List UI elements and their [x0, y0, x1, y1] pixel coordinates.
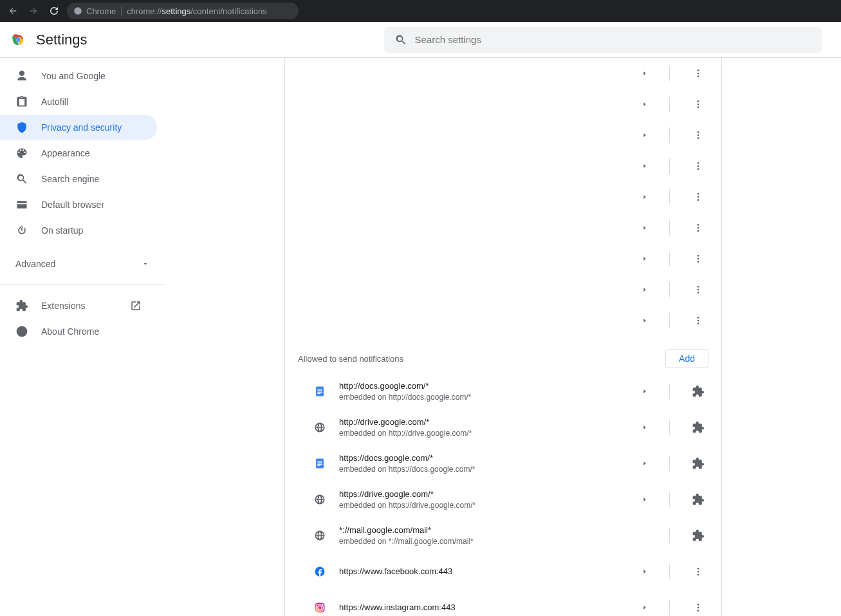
- expand-arrow-icon[interactable]: [638, 67, 651, 80]
- reload-button[interactable]: [46, 3, 62, 19]
- add-button[interactable]: Add: [665, 349, 708, 368]
- expand-arrow-icon[interactable]: [638, 457, 651, 470]
- forward-button[interactable]: [26, 3, 41, 19]
- blocked-site-row[interactable]: .: [285, 58, 721, 89]
- sidebar-item-default-browser[interactable]: Default browser: [0, 192, 157, 218]
- more-actions-button[interactable]: [688, 218, 708, 238]
- expand-arrow-icon[interactable]: [638, 98, 651, 111]
- sidebar-item-about-chrome[interactable]: About Chrome: [0, 319, 157, 344]
- sidebar-item-appearance[interactable]: Appearance: [0, 140, 157, 166]
- allowed-site-row[interactable]: http://drive.google.com/*embedded on htt…: [285, 409, 721, 445]
- row-divider: [669, 564, 670, 579]
- svg-point-9: [698, 100, 699, 102]
- svg-point-25: [698, 258, 699, 260]
- sidebar-item-autofill[interactable]: Autofill: [0, 89, 157, 115]
- browser-toolbar: Chrome chrome://settings/content/notific…: [0, 0, 841, 22]
- site-url-label: https://docs.google.com/*embedded on htt…: [339, 453, 625, 475]
- more-actions-button[interactable]: [688, 597, 708, 616]
- site-label: .: [339, 162, 625, 171]
- more-actions-button[interactable]: [688, 279, 708, 300]
- extension-managed-icon: [688, 453, 708, 474]
- blocked-site-row[interactable]: .: [285, 182, 721, 212]
- expand-arrow-icon[interactable]: [638, 314, 651, 327]
- sidebar-item-you-and-google[interactable]: You and Google: [0, 63, 157, 89]
- expand-arrow-icon[interactable]: [638, 421, 651, 434]
- expand-arrow-icon[interactable]: [638, 221, 651, 234]
- more-actions-button[interactable]: [688, 310, 708, 331]
- sidebar-advanced-toggle[interactable]: Advanced: [0, 251, 165, 277]
- expand-arrow-icon[interactable]: [638, 493, 651, 506]
- chrome-small-icon: [15, 325, 28, 338]
- allowed-site-row[interactable]: https://www.facebook.com:443: [285, 554, 721, 590]
- more-actions-button[interactable]: [688, 248, 708, 269]
- svg-point-8: [698, 75, 699, 77]
- site-favicon: [313, 98, 326, 111]
- expand-arrow-icon[interactable]: [638, 129, 651, 142]
- allowed-site-row[interactable]: https://drive.google.com/*embedded on ht…: [285, 481, 721, 518]
- allowed-site-row[interactable]: https://www.instagram.com:443: [285, 590, 721, 616]
- site-url-label: *://mail.google.com/mail*embedded on *:/…: [339, 525, 625, 547]
- chrome-page-icon: [73, 6, 82, 15]
- svg-point-5: [17, 326, 28, 337]
- blocked-site-row[interactable]: .: [285, 89, 721, 120]
- svg-point-4: [17, 39, 19, 41]
- svg-rect-41: [317, 464, 322, 465]
- allowed-site-row[interactable]: https://docs.google.com/*embedded on htt…: [285, 445, 721, 481]
- blocked-site-row[interactable]: .: [285, 243, 721, 274]
- expand-arrow-icon[interactable]: [638, 529, 651, 542]
- sidebar-item-privacy-and-security[interactable]: Privacy and security: [0, 115, 157, 140]
- svg-rect-39: [317, 461, 322, 462]
- svg-rect-37: [317, 393, 320, 394]
- back-button[interactable]: [5, 3, 21, 19]
- blocked-site-row[interactable]: .: [285, 305, 721, 336]
- expand-arrow-icon[interactable]: [638, 385, 651, 398]
- sidebar-item-label: Autofill: [41, 97, 68, 107]
- chevron-down-icon: [142, 260, 149, 268]
- expand-arrow-icon[interactable]: [638, 283, 651, 296]
- search-input[interactable]: [415, 34, 811, 45]
- site-url-label: https://drive.google.com/*embedded on ht…: [339, 489, 625, 511]
- sidebar-item-on-startup[interactable]: On startup: [0, 218, 157, 243]
- url-text: chrome://settings/content/notifications: [127, 6, 267, 16]
- expand-arrow-icon[interactable]: [638, 601, 651, 614]
- expand-arrow-icon[interactable]: [638, 191, 651, 203]
- svg-point-16: [698, 165, 699, 167]
- svg-point-18: [698, 193, 699, 195]
- expand-arrow-icon[interactable]: [638, 252, 651, 265]
- more-actions-button[interactable]: [688, 187, 708, 207]
- svg-point-27: [698, 286, 699, 288]
- row-divider: [669, 220, 670, 236]
- shield-icon: [15, 121, 28, 134]
- svg-point-10: [698, 104, 699, 106]
- row-divider: [669, 127, 670, 143]
- more-actions-button[interactable]: [688, 125, 708, 145]
- site-url-label: http://docs.google.com/*embedded on http…: [339, 380, 625, 403]
- expand-arrow-icon[interactable]: [638, 160, 651, 173]
- allowed-site-row[interactable]: *://mail.google.com/mail*embedded on *:/…: [285, 518, 721, 554]
- expand-arrow-icon[interactable]: [638, 565, 651, 578]
- blocked-site-row[interactable]: .: [285, 274, 721, 305]
- more-actions-button[interactable]: [688, 63, 708, 84]
- power-icon: [15, 224, 28, 237]
- more-actions-button[interactable]: [688, 156, 708, 176]
- svg-point-20: [698, 199, 699, 201]
- sidebar-item-search-engine[interactable]: Search engine: [0, 166, 157, 192]
- blocked-site-row[interactable]: .: [285, 212, 721, 243]
- settings-main: ......... Allowed to send notifications …: [165, 58, 841, 616]
- sidebar-item-label: Search engine: [41, 174, 99, 184]
- sidebar-item-label: Extensions: [41, 301, 85, 311]
- site-label: .: [339, 192, 625, 201]
- person-icon: [15, 70, 28, 82]
- blocked-site-row[interactable]: .: [285, 120, 721, 151]
- settings-search[interactable]: [384, 27, 822, 53]
- sidebar-item-extensions[interactable]: Extensions: [0, 293, 157, 319]
- allowed-site-row[interactable]: http://docs.google.com/*embedded on http…: [285, 373, 721, 409]
- site-favicon: [313, 252, 326, 265]
- more-actions-button[interactable]: [688, 94, 708, 115]
- more-actions-button[interactable]: [688, 561, 708, 582]
- site-url-label: http://drive.google.com/*embedded on htt…: [339, 416, 625, 439]
- blocked-site-row[interactable]: .: [285, 151, 721, 182]
- site-label: .: [339, 285, 625, 294]
- extension-managed-icon: [688, 381, 708, 402]
- address-bar[interactable]: Chrome chrome://settings/content/notific…: [67, 3, 299, 19]
